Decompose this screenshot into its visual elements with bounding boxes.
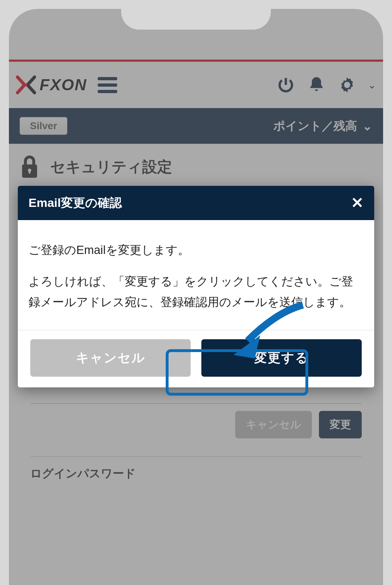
cancel-button[interactable]: キャンセル — [30, 339, 191, 377]
modal-text-2: よろしければ、「変更する」をクリックしてください。ご登録メールアドレス宛に、登録… — [29, 271, 363, 312]
modal-header: Email変更の確認 ✕ — [18, 186, 374, 220]
phone-notch — [121, 9, 271, 30]
modal-text-1: ご登録のEmailを変更します。 — [29, 240, 363, 260]
phone-frame: FXON — [0, 0, 392, 585]
modal-title: Email変更の確認 — [29, 195, 122, 211]
close-icon[interactable]: ✕ — [351, 195, 363, 210]
modal-body: ご登録のEmailを変更します。 よろしければ、「変更する」をクリックしてくださ… — [18, 220, 374, 330]
confirm-button[interactable]: 変更する — [201, 339, 362, 377]
email-change-modal: Email変更の確認 ✕ ご登録のEmailを変更します。 よろしければ、「変更… — [18, 186, 374, 387]
modal-footer: キャンセル 変更する — [18, 330, 374, 387]
